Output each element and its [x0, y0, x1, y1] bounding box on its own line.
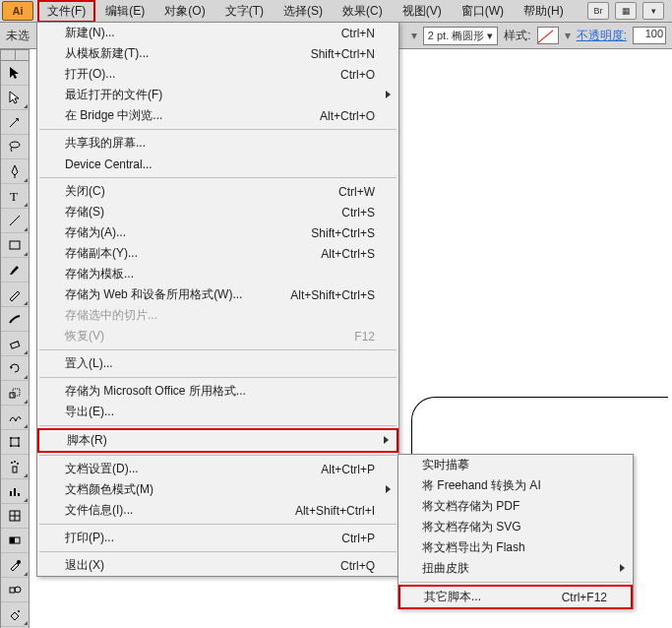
file-menu-item[interactable]: 脚本(R): [37, 428, 398, 453]
menu-window[interactable]: 窗口(W): [452, 0, 514, 23]
stroke-size[interactable]: 2 pt. 椭圆形 ▾: [423, 27, 499, 45]
tool-symbol-sprayer[interactable]: [1, 455, 29, 479]
menu-separator: [39, 551, 397, 552]
opacity-label[interactable]: 不透明度:: [577, 28, 627, 44]
menu-item-label: 存储为模板...: [65, 266, 134, 283]
menu-item-label: 存储副本(Y)...: [65, 245, 138, 262]
submenu-arrow-icon: [384, 436, 389, 444]
menu-item-label: 文件信息(I)...: [65, 502, 133, 519]
file-menu-item[interactable]: 退出(X)Ctrl+Q: [37, 555, 398, 576]
menu-file[interactable]: 文件(F): [37, 0, 95, 23]
tool-blend[interactable]: [1, 578, 29, 602]
script-submenu-item[interactable]: 其它脚本...Ctrl+F12: [398, 585, 633, 609]
svg-point-0: [17, 118, 19, 120]
file-menu-item[interactable]: 文件信息(I)...Alt+Shift+Ctrl+I: [37, 500, 398, 521]
file-menu-item[interactable]: 关闭(C)Ctrl+W: [37, 181, 398, 202]
svg-rect-25: [10, 537, 15, 543]
menu-edit[interactable]: 编辑(E): [95, 0, 154, 23]
script-submenu-item[interactable]: 扭曲皮肤: [398, 558, 633, 579]
tool-eyedropper[interactable]: [1, 553, 29, 578]
tool-free-transform[interactable]: [1, 430, 29, 455]
tool-direct-selection[interactable]: [1, 86, 29, 110]
tool-magic-wand[interactable]: [1, 110, 29, 135]
tool-blob-brush[interactable]: [1, 307, 29, 332]
menu-object[interactable]: 对象(O): [154, 0, 214, 23]
menu-item-shortcut: Ctrl+Q: [340, 559, 375, 573]
tool-pen[interactable]: [1, 159, 29, 184]
file-menu-item[interactable]: 打印(P)...Ctrl+P: [37, 528, 398, 548]
menu-item-label: 其它脚本...: [424, 589, 481, 605]
opacity-input[interactable]: 100: [633, 27, 666, 44]
submenu-arrow-icon: [386, 485, 391, 493]
file-menu-item[interactable]: 置入(L)...: [37, 353, 398, 374]
menu-item-label: 置入(L)...: [65, 355, 113, 372]
file-menu-item[interactable]: 存储为模板...: [37, 264, 398, 284]
menu-item-label: 共享我的屏幕...: [65, 135, 146, 152]
file-menu-item[interactable]: 存储为 Microsoft Office 所用格式...: [37, 381, 398, 402]
menu-help[interactable]: 帮助(H): [514, 0, 574, 23]
menu-item-label: 存储选中的切片...: [65, 307, 157, 324]
tool-line[interactable]: [1, 209, 29, 233]
menu-type[interactable]: 文字(T): [215, 0, 274, 23]
file-menu-item[interactable]: 从模板新建(T)...Shift+Ctrl+N: [37, 43, 398, 64]
file-menu-item: 恢复(V)F12: [37, 326, 398, 346]
file-menu-item[interactable]: 在 Bridge 中浏览...Alt+Ctrl+O: [37, 105, 398, 126]
tool-pencil[interactable]: [1, 283, 29, 307]
menu-item-shortcut: Ctrl+P: [341, 532, 375, 545]
menu-separator: [39, 349, 397, 350]
tool-warp[interactable]: [1, 406, 29, 430]
file-menu-item[interactable]: 共享我的屏幕...: [37, 133, 398, 154]
file-menu-item[interactable]: 文档颜色模式(M): [37, 479, 398, 500]
file-menu-item[interactable]: 新建(N)...Ctrl+N: [37, 23, 398, 43]
tool-graph[interactable]: [1, 479, 29, 504]
selection-status: 未选: [6, 28, 30, 44]
arrange-button[interactable]: ▦: [615, 2, 637, 20]
file-menu-item[interactable]: 存储(S)Ctrl+S: [37, 202, 398, 222]
menu-item-shortcut: Alt+Ctrl+P: [321, 463, 375, 476]
menu-item-label: 将文档导出为 Flash: [422, 539, 525, 556]
menu-item-label: 恢复(V): [65, 328, 104, 345]
script-submenu-item[interactable]: 将文档导出为 Flash: [398, 537, 633, 558]
script-submenu-item[interactable]: 将 Freehand 转换为 AI: [398, 475, 633, 496]
menu-item-label: 退出(X): [65, 557, 104, 574]
tool-mesh[interactable]: [1, 504, 29, 529]
menu-select[interactable]: 选择(S): [274, 0, 333, 23]
tool-rectangle[interactable]: [1, 233, 29, 258]
file-menu-item[interactable]: 打开(O)...Ctrl+O: [37, 64, 398, 85]
tool-paintbrush[interactable]: [1, 258, 29, 283]
file-menu-item[interactable]: 文档设置(D)...Alt+Ctrl+P: [37, 459, 398, 479]
menu-effect[interactable]: 效果(C): [333, 0, 393, 23]
tool-lasso[interactable]: [1, 135, 29, 159]
file-menu-item[interactable]: 导出(E)...: [37, 402, 398, 422]
menu-item-label: 在 Bridge 中浏览...: [65, 107, 162, 124]
file-menu-item[interactable]: 存储副本(Y)...Alt+Ctrl+S: [37, 243, 398, 264]
tool-scale[interactable]: [1, 381, 29, 406]
file-menu-item[interactable]: Device Central...: [37, 154, 398, 174]
bridge-button[interactable]: Br: [587, 2, 609, 20]
svg-point-26: [17, 560, 21, 564]
tool-rotate[interactable]: [1, 356, 29, 381]
file-menu-item[interactable]: 最近打开的文件(F): [37, 85, 398, 105]
tool-eraser[interactable]: [1, 332, 29, 356]
menu-item-label: Device Central...: [65, 157, 153, 171]
menu-separator: [39, 455, 397, 456]
file-menu-item[interactable]: 存储为(A)...Shift+Ctrl+S: [37, 222, 398, 243]
script-submenu-item[interactable]: 实时描摹: [398, 455, 633, 475]
script-submenu-item[interactable]: 将文档存储为 SVG: [398, 517, 633, 537]
menu-item-label: 从模板新建(T)...: [65, 45, 149, 62]
tool-live-paint[interactable]: [1, 602, 29, 627]
menu-view[interactable]: 视图(V): [393, 0, 452, 23]
menu-item-label: 存储为(A)...: [65, 224, 126, 241]
tool-gradient[interactable]: [1, 529, 29, 553]
tool-type[interactable]: T: [1, 184, 29, 209]
menu-item-label: 将 Freehand 转换为 AI: [422, 477, 541, 494]
menu-item-label: 存储(S): [65, 204, 104, 220]
menu-item-shortcut: F12: [354, 330, 375, 344]
style-swatch[interactable]: [537, 27, 559, 44]
tool-selection[interactable]: [1, 61, 29, 86]
script-submenu-item[interactable]: 将文档存储为 PDF: [398, 496, 633, 517]
file-menu-item[interactable]: 存储为 Web 和设备所用格式(W)...Alt+Shift+Ctrl+S: [37, 284, 398, 305]
svg-point-11: [18, 437, 20, 439]
overflow-button[interactable]: ▾: [642, 2, 664, 20]
menu-item-shortcut: Alt+Shift+Ctrl+S: [290, 288, 375, 302]
